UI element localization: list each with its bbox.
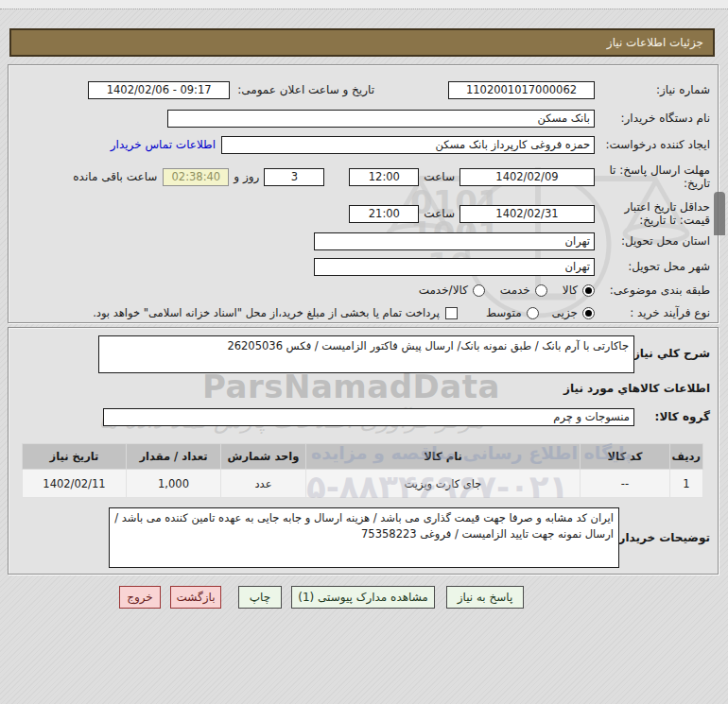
goods-group-label: گروه کالا: bbox=[634, 410, 710, 423]
button-row: خروج بازگشت چاپ مشاهده مدارک پیوستی (1) … bbox=[0, 586, 728, 610]
hours-remaining-label: ساعت باقی مانده bbox=[73, 170, 163, 183]
page: { "title": "جزئیات اطلاعات نیاز", "field… bbox=[0, 0, 728, 704]
reply-deadline-label: مهلت ارسال پاسخ: تا تاریخ: bbox=[595, 163, 710, 191]
buyer-org-field[interactable]: بانک مسکن bbox=[167, 110, 595, 128]
radio-service[interactable] bbox=[535, 284, 547, 297]
table-row: 1 -- جای کارت ویزیت عدد 1,000 1402/02/11 bbox=[23, 470, 703, 498]
goods-info-panel: ParsNamadData مرکز فرآوری اطلاعات پارس ن… bbox=[8, 327, 719, 575]
countdown-timer: 02:38:40 bbox=[163, 168, 229, 186]
goods-table-header-row: ردیف کد کالا نام کالا واحد شمارش تعداد /… bbox=[23, 444, 703, 470]
treasury-payment-label: پرداخت تمام یا بخشی از مبلغ خرید،از محل … bbox=[93, 306, 440, 319]
city-label: شهر محل تحویل: bbox=[595, 260, 710, 273]
page-title-text: جزئیات اطلاعات نیاز bbox=[607, 36, 703, 49]
announce-datetime-field[interactable]: 1402/02/06 - 09:17 bbox=[88, 81, 230, 99]
reply-to-need-button[interactable]: پاسخ به نیاز bbox=[446, 586, 524, 609]
col-goods-name: نام کالا bbox=[306, 444, 581, 470]
cell-row-index: 1 bbox=[670, 470, 703, 498]
col-unit: واحد شمارش bbox=[221, 444, 306, 470]
days-and-label: روز و bbox=[229, 170, 264, 183]
print-button[interactable]: چاپ bbox=[238, 586, 282, 609]
buyer-notes-label: توضیحات خریدار: bbox=[619, 531, 710, 544]
price-validity-label: حداقل تاریخ اعتبار قیمت: تا تاریخ: bbox=[595, 200, 710, 228]
need-number-label: شماره نیاز: bbox=[595, 83, 710, 96]
reply-deadline-time-field[interactable]: 12:00 bbox=[349, 168, 419, 186]
need-description-field[interactable]: جاکارتی با آرم بانک / طبق نمونه بانک/ ار… bbox=[98, 335, 634, 373]
need-number-field[interactable]: 1102001017000062 bbox=[448, 81, 595, 99]
radio-goods-label: کالا bbox=[563, 283, 578, 297]
cell-quantity: 1,000 bbox=[127, 470, 221, 498]
watermark-brand: ParsNamadData bbox=[202, 368, 500, 405]
reply-deadline-date-field[interactable]: 1402/02/09 bbox=[459, 168, 595, 186]
goods-table-wrap: ردیف کد کالا نام کالا واحد شمارش تعداد /… bbox=[22, 443, 703, 498]
buyer-contact-link[interactable]: اطلاعات تماس خریدار bbox=[111, 138, 216, 151]
radio-goods[interactable] bbox=[582, 284, 595, 297]
request-creator-label: ایجاد کننده درخواست: bbox=[595, 138, 710, 151]
radio-medium[interactable] bbox=[527, 307, 539, 319]
top-dotted-divider bbox=[0, 9, 728, 9]
reply-deadline-hour-label: ساعت bbox=[419, 170, 459, 183]
city-field[interactable]: تهران bbox=[314, 258, 595, 276]
request-creator-field[interactable]: حمزه فروغی کارپرداز بانک مسکن bbox=[221, 136, 595, 154]
cell-unit: عدد bbox=[221, 470, 306, 498]
radio-goods-service[interactable] bbox=[473, 284, 485, 297]
process-type-label: نوع فرآیند خرید : bbox=[595, 306, 710, 319]
price-validity-date-field[interactable]: 1402/02/31 bbox=[459, 205, 595, 223]
radio-minor[interactable] bbox=[582, 307, 595, 319]
cell-need-date: 1402/02/11 bbox=[23, 470, 127, 498]
need-info-panel: 0101 1001 10 شماره نیاز: 110200101700006… bbox=[8, 64, 719, 323]
radio-minor-label: جزیی bbox=[552, 306, 578, 319]
radio-medium-label: متوسط bbox=[486, 306, 522, 319]
province-field[interactable]: تهران bbox=[314, 232, 595, 250]
cell-goods-name: جای کارت ویزیت bbox=[306, 470, 581, 498]
exit-button[interactable]: خروج bbox=[119, 586, 161, 609]
view-attachments-button[interactable]: مشاهده مدارک پیوستی (1) bbox=[291, 586, 435, 609]
col-row-index: ردیف bbox=[670, 444, 703, 470]
goods-section-heading: اطلاعات کالاهاي مورد نیاز bbox=[563, 382, 710, 395]
page-title: جزئیات اطلاعات نیاز bbox=[9, 28, 715, 57]
radio-goods-service-label: کالا/خدمت bbox=[419, 283, 468, 297]
col-need-date: تاریخ نیاز bbox=[23, 444, 127, 470]
buyer-notes-field[interactable]: ایران کد مشابه و صرفا جهت قیمت گذاری می … bbox=[109, 507, 619, 568]
watermark-pillar bbox=[714, 192, 725, 235]
col-quantity: تعداد / مقدار bbox=[127, 444, 221, 470]
price-validity-time-field[interactable]: 21:00 bbox=[349, 205, 419, 223]
need-description-label: شرح کلي نیاز: bbox=[634, 335, 710, 360]
province-label: استان محل تحویل: bbox=[595, 234, 710, 248]
back-button[interactable]: بازگشت bbox=[170, 586, 221, 609]
buyer-org-label: نام دستگاه خریدار: bbox=[595, 112, 710, 125]
classification-label: طبقه بندی موضوعی: bbox=[595, 283, 710, 297]
col-goods-code: کد کالا bbox=[581, 444, 670, 470]
price-validity-hour-label: ساعت bbox=[419, 207, 459, 220]
radio-service-label: خدمت bbox=[500, 283, 530, 297]
cell-goods-code: -- bbox=[581, 470, 670, 498]
top-strip bbox=[0, 0, 728, 9]
announce-datetime-label: تاریخ و ساعت اعلان عمومی: bbox=[230, 83, 374, 96]
treasury-payment-checkbox[interactable] bbox=[445, 307, 458, 319]
goods-group-field[interactable]: منسوجات و چرم bbox=[103, 408, 634, 426]
remaining-days-field[interactable]: 3 bbox=[264, 168, 324, 186]
goods-table: ردیف کد کالا نام کالا واحد شمارش تعداد /… bbox=[22, 443, 703, 498]
